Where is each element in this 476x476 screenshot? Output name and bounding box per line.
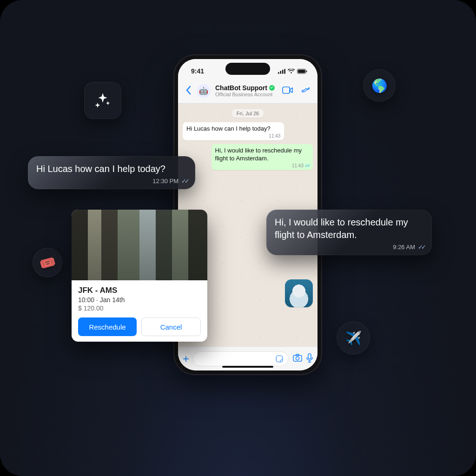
cancel-button[interactable]: Cancel [141,317,201,336]
svg-rect-11 [296,354,299,356]
battery-icon [297,69,307,74]
overlay-bubble-bot: Hi Lucas how can I help today? 12:30 PM … [28,156,195,189]
svg-rect-6 [306,70,307,72]
overlay-bubble-time: 12:30 PM ✓✓ [152,177,188,185]
reschedule-button[interactable]: Reschedule [78,317,137,336]
status-icons [278,69,307,74]
read-receipt-icon: ✓✓ [181,177,188,185]
ticket-icon: 🎟️ [38,253,57,272]
plane-icon: ✈️ [345,331,362,346]
flight-card-actions: Reschedule Cancel [78,317,201,336]
contact-avatar[interactable]: 🤖 [197,84,211,98]
globe-icon: 🌎 [371,78,388,93]
svg-rect-5 [298,69,305,73]
mic-button[interactable] [306,353,313,364]
voice-call-button[interactable] [298,84,313,99]
cellular-icon [278,69,285,74]
incoming-message[interactable]: Hi Lucas how can I help today? 11:43 [183,122,284,140]
video-icon [282,86,293,94]
dynamic-island [225,63,270,75]
contact-title-block[interactable]: ChatBot Support Official Business Accoun… [215,84,278,98]
camera-button[interactable] [292,354,303,364]
sticker-message[interactable] [285,279,313,307]
svg-rect-9 [293,355,302,361]
outgoing-message[interactable]: Hi, I would like to reschedule my flight… [212,144,313,170]
svg-rect-8 [276,356,283,362]
camera-icon [292,354,303,362]
back-button[interactable] [183,84,194,99]
mic-icon [306,353,313,363]
plane-chip: ✈️ [337,321,370,355]
flight-price: $ 120.00 [78,304,201,312]
sticker-icon [275,355,284,363]
contact-subtitle: Official Business Account [215,92,278,98]
overlay-bubble-user: Hi, I would like to reschedule my flight… [266,210,432,255]
ticket-chip: 🎟️ [33,248,62,278]
chevron-left-icon [185,86,191,95]
overlay-bubble-time: 9:26 AM ✓✓ [393,243,424,251]
read-receipt-icon: ✓✓ [304,163,309,168]
flight-card-image [72,210,207,280]
wifi-icon [288,69,295,74]
svg-rect-0 [278,72,279,74]
svg-point-10 [296,357,299,360]
contact-name: ChatBot Support [215,84,267,92]
flight-route: JFK - AMS [78,286,201,295]
message-input[interactable] [193,351,289,366]
svg-rect-3 [284,69,285,74]
overlay-bubble-text: Hi, I would like to reschedule my flight… [275,217,408,240]
svg-rect-1 [280,71,281,73]
flight-datetime: 10:00 · Jan 14th [78,296,201,304]
message-text: Hi Lucas how can I help today? [186,125,271,132]
attach-button[interactable]: + [183,352,189,365]
read-receipt-icon: ✓✓ [418,243,424,251]
globe-chip: 🌎 [363,69,396,102]
verified-badge-icon [269,85,275,91]
video-call-button[interactable] [279,85,296,98]
sparkle-icon [94,92,112,109]
date-separator: Fri, Jul 26 [232,109,264,118]
home-indicator[interactable] [222,366,273,368]
message-time: 11:43 [269,133,280,139]
svg-rect-12 [308,354,311,359]
promo-canvas: 🌎 🎟️ ✈️ 9:41 🤖 [0,0,476,476]
message-text: Hi, I would like to reschedule my flight… [215,147,302,162]
svg-rect-7 [283,87,290,93]
phone-icon [301,86,310,95]
flight-card-body: JFK - AMS 10:00 · Jan 14th $ 120.00 Resc… [72,280,207,342]
flight-card: JFK - AMS 10:00 · Jan 14th $ 120.00 Resc… [72,210,207,342]
message-time: 11:43 ✓✓ [292,163,309,169]
status-time: 9:41 [191,67,204,75]
svg-rect-2 [282,69,284,73]
sparkle-chip [84,82,121,119]
chat-header: 🤖 ChatBot Support Official Business Acco… [178,79,317,104]
overlay-bubble-text: Hi Lucas how can I help today? [36,164,165,174]
